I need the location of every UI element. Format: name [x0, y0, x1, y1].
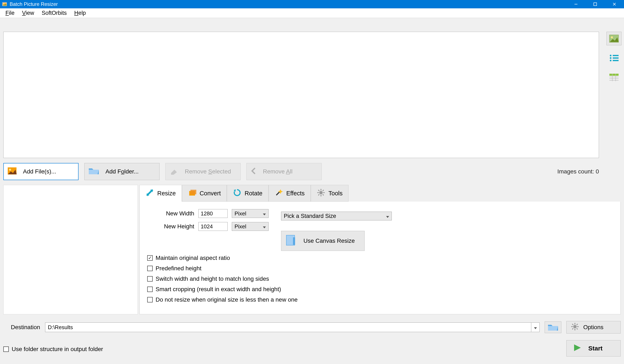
no-resize-small-checkbox[interactable] [147, 297, 153, 302]
svg-line-42 [572, 328, 573, 329]
height-unit-select[interactable]: Pixel [232, 222, 269, 231]
menu-bar: File View SoftOrbits Help [0, 8, 624, 18]
svg-rect-23 [190, 190, 196, 194]
view-thumbnail-button[interactable] [606, 32, 622, 45]
width-unit-select[interactable]: Pixel [232, 209, 269, 218]
svg-point-24 [319, 191, 323, 194]
effects-icon [275, 189, 283, 198]
svg-point-12 [610, 60, 611, 61]
minimize-button[interactable] [566, 0, 586, 8]
standard-size-select[interactable]: Pick a Standard Size [281, 212, 392, 220]
svg-rect-14 [609, 74, 619, 76]
canvas-resize-button[interactable]: Use Canvas Resize [281, 231, 365, 251]
no-resize-small-row[interactable]: Do not resize when original size is less… [147, 296, 613, 303]
images-count-label: Images count: 0 [557, 168, 599, 175]
chevron-down-icon [263, 210, 266, 217]
resize-tab-panel: New Width Pixel New Height Pixel Pick a … [139, 202, 621, 314]
view-list-button[interactable] [606, 51, 622, 65]
menu-help[interactable]: Help [71, 9, 90, 17]
destination-field[interactable] [45, 322, 540, 332]
options-button[interactable]: Options [566, 321, 621, 334]
tools-icon [317, 189, 325, 198]
image-preview-area[interactable] [3, 32, 599, 158]
folder-structure-row[interactable]: Use folder structure in output folder [3, 342, 103, 357]
add-folder-button[interactable]: Add Folder... [84, 163, 159, 180]
predefined-height-label: Predefined height [156, 265, 202, 272]
smart-crop-row[interactable]: Smart cropping (result in exact width an… [147, 286, 613, 293]
app-title: Batch Picture Resizer [10, 1, 58, 7]
close-button[interactable] [605, 0, 624, 8]
smart-crop-checkbox[interactable] [147, 287, 153, 292]
svg-line-32 [323, 190, 324, 191]
svg-point-8 [610, 55, 611, 56]
options-panel: Resize Convert Rotate Effects Tools [3, 185, 621, 314]
switch-sides-label: Switch width and height to match long si… [156, 275, 269, 282]
tab-convert-label: Convert [200, 190, 221, 197]
destination-label: Destination [11, 324, 40, 331]
tab-effects-label: Effects [286, 190, 305, 197]
svg-point-10 [610, 57, 611, 59]
resize-icon [146, 189, 154, 198]
remove-selected-label: Remove Selected [185, 168, 231, 175]
add-file-button[interactable]: Add File(s)... [3, 163, 78, 180]
width-label: New Width [147, 210, 194, 217]
tab-strip: Resize Convert Rotate Effects Tools [139, 185, 621, 202]
eraser-icon [169, 167, 179, 176]
tab-tools-label: Tools [329, 190, 343, 197]
smart-crop-label: Smart cropping (result in exact width an… [156, 286, 281, 293]
switch-sides-checkbox[interactable] [147, 276, 153, 282]
height-label: New Height [147, 223, 194, 230]
svg-point-21 [9, 169, 11, 171]
predefined-height-checkbox[interactable] [147, 266, 153, 271]
folder-structure-checkbox[interactable] [3, 346, 9, 352]
svg-line-40 [572, 324, 573, 325]
tab-convert[interactable]: Convert [182, 185, 227, 202]
switch-sides-row[interactable]: Switch width and height to match long si… [147, 275, 613, 282]
menu-file[interactable]: File [2, 9, 18, 17]
chevron-left-icon [250, 167, 257, 176]
tab-tools[interactable]: Tools [311, 185, 349, 202]
svg-rect-3 [594, 3, 597, 6]
browse-destination-button[interactable] [545, 321, 561, 333]
remove-all-label: Remove All [263, 168, 293, 175]
remove-selected-button[interactable]: Remove Selected [165, 163, 241, 180]
gear-icon [571, 322, 579, 332]
add-folder-label: Add Folder... [105, 168, 139, 175]
view-details-button[interactable] [606, 71, 622, 84]
height-input[interactable] [198, 222, 228, 231]
canvas-icon [286, 234, 297, 247]
svg-point-7 [611, 36, 613, 38]
svg-point-1 [3, 3, 4, 4]
tab-effects[interactable]: Effects [269, 185, 311, 202]
file-actions-bar: Add File(s)... Add Folder... Remove Sele… [3, 162, 599, 181]
chevron-down-icon [534, 324, 537, 331]
canvas-resize-label: Use Canvas Resize [303, 238, 355, 244]
right-panel: Resize Convert Rotate Effects Tools [139, 185, 621, 314]
destination-dropdown[interactable] [531, 323, 539, 332]
svg-rect-11 [613, 57, 619, 59]
destination-input[interactable] [45, 323, 531, 332]
left-panel [3, 185, 138, 314]
start-button[interactable]: Start [566, 340, 621, 357]
bottom-bar: Destination Options Use folder structure… [3, 321, 621, 361]
menu-softorbits[interactable]: SoftOrbits [38, 9, 71, 17]
tab-rotate[interactable]: Rotate [227, 185, 268, 202]
maximize-button[interactable] [586, 0, 605, 8]
maintain-ratio-row[interactable]: Maintain original aspect ratio [147, 255, 613, 261]
tab-resize[interactable]: Resize [139, 185, 182, 202]
maintain-ratio-checkbox[interactable] [147, 255, 153, 261]
options-label: Options [583, 324, 603, 331]
title-bar: Batch Picture Resizer [0, 0, 624, 8]
start-label: Start [588, 345, 602, 352]
remove-all-button[interactable]: Remove All [246, 163, 322, 180]
view-mode-buttons [606, 32, 622, 84]
svg-line-30 [323, 194, 324, 195]
tab-rotate-label: Rotate [245, 190, 262, 197]
folder-icon [88, 167, 99, 177]
width-input[interactable] [198, 209, 228, 218]
menu-view[interactable]: View [18, 9, 38, 17]
tab-resize-label: Resize [157, 190, 176, 197]
predefined-height-row[interactable]: Predefined height [147, 265, 613, 272]
rotate-icon [233, 189, 241, 198]
no-resize-small-label: Do not resize when original size is less… [156, 296, 298, 303]
